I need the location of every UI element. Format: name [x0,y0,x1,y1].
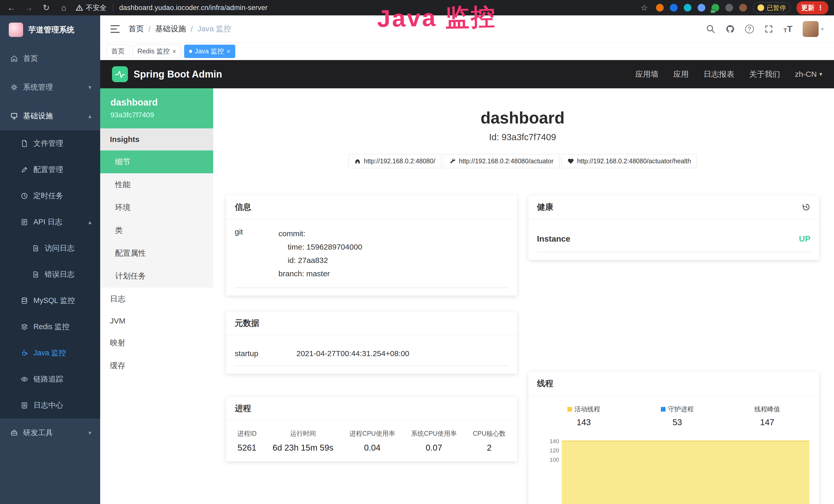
sidebar-item-redis-monitor[interactable]: Redis 监控 [0,314,100,340]
app-title: 芋道管理系统 [28,25,74,35]
sidebar-item-infra[interactable]: 基础设施 ▴ [0,102,100,131]
health-card-title: 健康 [537,202,553,213]
extension-icon[interactable] [670,4,678,12]
sba-item-details[interactable]: 细节 [100,151,213,173]
extension-icon[interactable] [698,4,705,12]
sidebar-item-system[interactable]: 系统管理 ▾ [0,73,100,102]
sba-item-config-props[interactable]: 配置属性 [100,242,213,265]
sba-item-classes[interactable]: 类 [100,219,213,242]
sidebar-item-file-manage[interactable]: 文件管理 [0,131,100,157]
extension-icon[interactable] [725,4,733,12]
sba-locale-select[interactable]: zh-CN ▾ [795,70,822,78]
toolbox-icon [10,429,18,437]
font-size-icon[interactable]: TT [784,24,792,34]
tab-redis-monitor[interactable]: Redis 监控 × [133,45,181,58]
info-card-title: 信息 [235,202,251,213]
sba-item-logs[interactable]: 日志 [100,288,213,311]
sba-item-metrics[interactable]: 性能 [100,173,213,196]
extension-icon[interactable] [684,4,692,12]
breadcrumb-home[interactable]: 首页 [128,24,144,34]
wrench-icon [449,158,456,165]
github-icon[interactable] [726,24,735,33]
instance-name: dashboard [110,97,203,108]
sba-logo-icon [112,66,128,82]
sba-instance-header[interactable]: dashboard 93a3fc7f7409 [100,88,213,129]
sba-nav-applications[interactable]: 应用 [673,69,688,79]
extension-icon[interactable]: on [711,4,719,12]
browser-chrome: ← → ↻ ⌂ 不安全 dashboard.yudao.iocoder.cn/i… [0,0,834,16]
document-icon [32,245,40,252]
site-security-chip[interactable]: 不安全 [75,3,107,12]
threads-card: 线程 活动线程 143 守护进程 [528,372,819,504]
sidebar-item-log-center[interactable]: 日志中心 [0,392,100,418]
breadcrumb-infra[interactable]: 基础设施 [155,24,186,34]
endpoint-actuator-button[interactable]: http://192.168.0.2:48080/actuator [443,154,559,168]
coffee-icon [21,349,28,357]
tab-java-monitor[interactable]: Java 监控 × [184,45,235,58]
forward-button[interactable]: → [23,3,35,13]
monitor-icon [10,112,18,120]
tab-home[interactable]: 首页 [106,45,129,58]
app-brand[interactable]: 芋道管理系统 [0,16,100,44]
update-button[interactable]: 更新 ⋮ [796,1,828,15]
sidebar-item-dev-tools[interactable]: 研发工具 ▾ [0,418,100,447]
sba-item-scheduled-tasks[interactable]: 计划任务 [100,265,213,288]
sidebar-item-tracing[interactable]: 链路追踪 [0,366,100,392]
legend-square-yellow [567,407,572,412]
sba-sidebar: dashboard 93a3fc7f7409 Insights 细节 性能 环境… [100,88,213,504]
sba-item-environment[interactable]: 环境 [100,196,213,219]
sba-item-caches[interactable]: 缓存 [100,354,213,377]
sidebar-item-mysql-monitor[interactable]: MySQL 监控 [0,288,100,314]
url-bar[interactable]: dashboard.yudao.iocoder.cn/infra/admin-s… [119,4,268,12]
warning-icon [75,4,83,12]
reload-button[interactable]: ↻ [41,3,52,13]
page-instance-id: Id: 93a3fc7f7409 [226,132,819,142]
close-icon[interactable]: × [172,48,176,55]
active-dot [189,50,192,53]
legend-live-threads: 活动线程 143 [567,405,600,427]
back-button[interactable]: ← [6,3,17,13]
close-icon[interactable]: × [226,48,231,55]
sba-group-insights: Insights [100,129,213,151]
sidebar-item-config-manage[interactable]: 配置管理 [0,157,100,183]
sba-nav-wallboard[interactable]: 应用墙 [635,69,658,79]
hamburger-icon[interactable] [110,25,120,33]
user-avatar[interactable]: ▾ [803,21,824,37]
bookmark-star-icon[interactable]: ☆ [639,3,650,13]
sidebar-item-home[interactable]: 首页 [0,44,100,73]
metadata-card-title: 元数据 [235,318,259,329]
extension-icon[interactable] [656,4,664,12]
sba-brand[interactable]: Spring Boot Admin [112,66,222,82]
metadata-card: 元数据 startup 2021-04-27T00:44:31.254+08:0… [226,312,517,373]
fullscreen-icon[interactable] [764,24,773,33]
legend-daemon-threads: 守护进程 53 [661,405,694,427]
sba-content: dashboard Id: 93a3fc7f7409 http://192.16… [213,88,834,504]
home-button[interactable]: ⌂ [58,3,69,13]
paused-badge[interactable]: 已暂停 [753,2,790,13]
sba-item-jvm[interactable]: JVM [100,311,213,331]
sba-nav-about[interactable]: 关于我们 [749,69,780,79]
sidebar-item-error-log[interactable]: 错误日志 [0,261,100,288]
sba-item-mappings[interactable]: 映射 [100,331,213,354]
endpoint-buttons: http://192.168.0.2:48080/ http://192.168… [226,154,819,168]
endpoint-health-button[interactable]: http://192.168.0.2:48080/actuator/health [562,154,697,168]
search-icon[interactable] [706,24,715,33]
legend-square-blue [661,407,665,412]
eye-icon [21,375,28,383]
sba-nav-journal[interactable]: 日志报表 [704,69,734,79]
clock-icon [21,192,28,200]
history-icon[interactable] [802,203,810,211]
app-header: 首页 / 基础设施 / Java 监控 ? [100,16,834,43]
instance-id: 93a3fc7f7409 [110,111,203,119]
help-icon[interactable]: ? [745,25,754,33]
profile-avatar[interactable] [739,4,747,12]
tags-bar: 首页 Redis 监控 × Java 监控 × [100,43,834,60]
app-sidebar: 芋道管理系统 首页 系统管理 ▾ 基础设施 ▴ 文件管理 [0,16,100,504]
sidebar-item-cron-jobs[interactable]: 定时任务 [0,183,100,209]
sidebar-item-java-monitor[interactable]: Java 监控 [0,340,100,366]
endpoint-home-button[interactable]: http://192.168.0.2:48080/ [348,154,441,168]
avatar-image [803,21,818,37]
sidebar-item-access-log[interactable]: 访问日志 [0,235,100,261]
sidebar-item-api-log[interactable]: API 日志 ▴ [0,209,100,235]
face-icon [758,4,764,11]
